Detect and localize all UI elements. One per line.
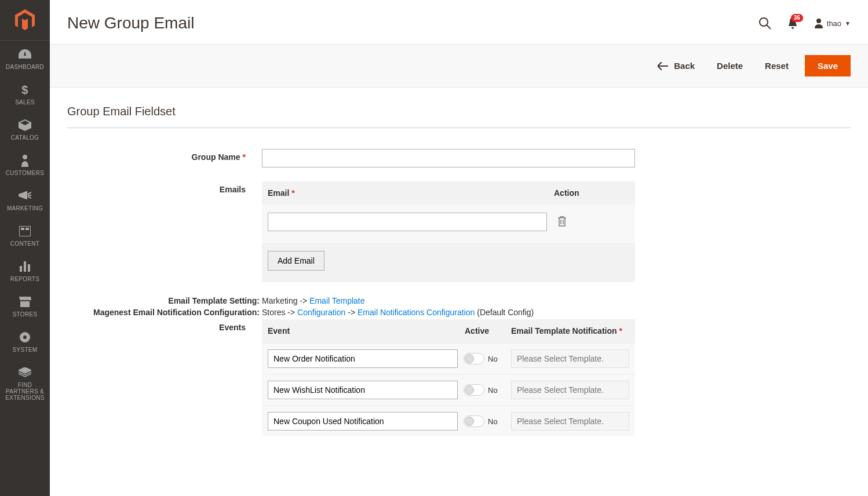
gear-icon <box>2 330 48 344</box>
svg-point-1 <box>23 155 27 159</box>
setting2-sep: -> <box>345 308 358 317</box>
header-actions: 36 thao ▼ <box>758 17 851 30</box>
sidebar-item-label: STORES <box>2 311 48 318</box>
trash-icon <box>557 216 567 227</box>
layout-icon <box>2 224 48 238</box>
events-header-event: Event <box>268 326 465 335</box>
dashboard-icon <box>2 48 48 61</box>
dollar-icon: $ <box>2 83 48 97</box>
sidebar-item-sales[interactable]: $ SALES <box>0 76 50 111</box>
sidebar-item-label: FIND PARTNERS & EXTENSIONS <box>2 382 48 401</box>
sidebar-item-customers[interactable]: CUSTOMERS <box>0 147 50 182</box>
emails-header-action: Action <box>554 188 629 198</box>
svg-rect-7 <box>28 264 30 272</box>
setting2-suffix: (Default Config) <box>475 308 534 317</box>
sidebar-item-stores[interactable]: STORES <box>0 288 50 323</box>
email-notifications-config-link[interactable]: Email Notifications Configuration <box>358 308 475 317</box>
emails-row: Emails Email* Action Add Email <box>67 181 851 282</box>
group-name-label-text: Group Name <box>192 152 240 162</box>
sidebar-item-catalog[interactable]: CATALOG <box>0 111 50 147</box>
event-name-input[interactable] <box>268 412 458 431</box>
user-menu[interactable]: thao ▼ <box>814 18 851 28</box>
events-header-active: Active <box>465 326 511 335</box>
emails-header: Email* Action <box>262 181 635 205</box>
svg-rect-2 <box>19 226 31 236</box>
event-active-toggle[interactable] <box>464 415 484 427</box>
action-toolbar: Back Delete Reset Save <box>50 44 868 87</box>
events-row: Events Event Active Email Template Notif… <box>67 319 851 436</box>
emails-box: Email* Action Add Email <box>262 181 635 282</box>
sidebar: DASHBOARD $ SALES CATALOG CUSTOMERS MARK… <box>0 0 50 496</box>
magenest-config-label: Magenest Email Notification Configuratio… <box>67 308 262 317</box>
sidebar-item-content[interactable]: CONTENT <box>0 217 50 253</box>
required-asterisk: * <box>243 152 246 162</box>
event-row: No <box>262 374 635 405</box>
event-name-input[interactable] <box>268 349 458 368</box>
delete-button[interactable]: Delete <box>711 56 749 75</box>
svg-rect-5 <box>20 266 22 272</box>
events-header-template: Email Template Notification <box>511 326 617 335</box>
required-asterisk: * <box>291 188 294 198</box>
person-icon <box>2 154 48 167</box>
events-header: Event Active Email Template Notification… <box>262 319 635 342</box>
arrow-left-icon <box>658 62 668 70</box>
configuration-link[interactable]: Configuration <box>297 308 345 317</box>
reset-button[interactable]: Reset <box>759 56 794 75</box>
form-content: Group Email Fieldset Group Name* Emails … <box>50 87 868 473</box>
events-label: Events <box>67 319 262 332</box>
group-name-label: Group Name* <box>67 149 262 162</box>
email-template-setting-label: Email Template Setting: <box>67 296 262 305</box>
email-template-setting-row: Email Template Setting: Marketing -> Ema… <box>67 296 851 305</box>
save-button[interactable]: Save <box>805 55 851 76</box>
group-name-input[interactable] <box>262 149 635 167</box>
event-row: No <box>262 342 635 374</box>
username: thao <box>827 19 841 28</box>
svg-point-10 <box>760 18 768 26</box>
email-template-link[interactable]: Email Template <box>309 296 364 305</box>
sidebar-item-reports[interactable]: REPORTS <box>0 253 50 288</box>
back-button[interactable]: Back <box>652 56 701 75</box>
search-button[interactable] <box>758 17 771 30</box>
sidebar-item-label: CATALOG <box>2 134 48 141</box>
section-title: Group Email Fieldset <box>67 105 851 128</box>
bars-icon <box>2 260 48 273</box>
add-email-button[interactable]: Add Email <box>268 251 324 271</box>
notifications-button[interactable]: 36 <box>787 17 798 29</box>
event-template-select[interactable] <box>511 381 629 399</box>
svg-point-9 <box>23 335 27 339</box>
svg-rect-6 <box>24 261 26 272</box>
page-title: New Group Email <box>67 14 194 32</box>
event-name-input[interactable] <box>268 381 458 399</box>
sidebar-item-partners[interactable]: FIND PARTNERS & EXTENSIONS <box>0 359 50 407</box>
events-box: Event Active Email Template Notification… <box>262 319 635 436</box>
event-active-toggle[interactable] <box>464 384 484 396</box>
email-input[interactable] <box>268 213 547 231</box>
megaphone-icon <box>2 189 48 203</box>
sidebar-item-marketing[interactable]: MARKETING <box>0 182 50 217</box>
sidebar-item-label: REPORTS <box>2 276 48 282</box>
magento-logo[interactable] <box>0 0 50 41</box>
notifications-badge: 36 <box>791 14 803 22</box>
setting1-prefix: Marketing -> <box>262 296 309 305</box>
delete-email-button[interactable] <box>557 216 567 228</box>
setting2-prefix: Stores -> <box>262 308 297 317</box>
email-row <box>262 205 635 243</box>
sidebar-item-label: SYSTEM <box>2 347 48 353</box>
sidebar-item-label: CONTENT <box>2 240 48 247</box>
sidebar-item-label: MARKETING <box>2 205 48 211</box>
svg-text:$: $ <box>21 83 28 96</box>
event-row: No <box>262 405 635 436</box>
sidebar-item-system[interactable]: SYSTEM <box>0 323 50 359</box>
sidebar-item-label: SALES <box>2 99 48 105</box>
event-template-select[interactable] <box>511 412 629 431</box>
event-template-select[interactable] <box>511 349 629 368</box>
back-label: Back <box>674 61 695 71</box>
group-name-row: Group Name* <box>67 149 851 167</box>
svg-rect-3 <box>21 228 24 230</box>
partners-icon <box>2 366 48 380</box>
sidebar-item-dashboard[interactable]: DASHBOARD <box>0 41 50 76</box>
chevron-down-icon: ▼ <box>845 20 851 27</box>
svg-line-11 <box>767 25 771 29</box>
required-asterisk: * <box>619 326 622 335</box>
event-active-toggle[interactable] <box>464 353 484 364</box>
